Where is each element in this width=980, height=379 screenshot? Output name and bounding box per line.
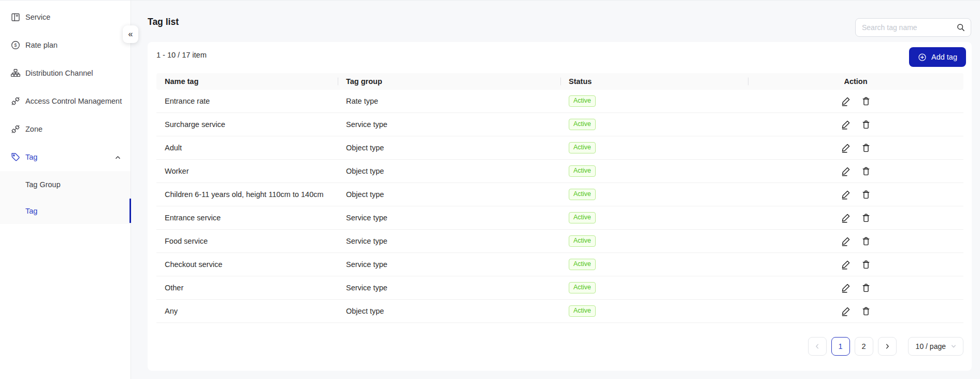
delete-button[interactable] [861,166,871,176]
sidebar-item-tag[interactable]: Tag [0,143,131,171]
delete-button[interactable] [861,213,871,223]
sidebar-item-distribution-channel[interactable]: Distribution Channel [0,59,131,87]
status-badge: Active [569,165,596,177]
status-badge: Active [569,259,596,270]
prev-page-button[interactable] [808,337,827,356]
delete-button[interactable] [861,236,871,246]
edit-button[interactable] [841,166,851,176]
sidebar-item-rate-plan[interactable]: $ Rate plan [0,31,131,59]
edit-icon [841,213,851,223]
table-header: Name tag Tag group Status Action [156,73,963,90]
sidebar-item-label: Distribution Channel [25,69,93,77]
tag-group: Object type [338,160,560,183]
edit-button[interactable] [841,283,851,293]
main-content: Tag list 1 - 10 / 17 item Add tag Name t… [131,1,980,379]
edit-button[interactable] [841,96,851,106]
trash-icon [861,236,871,246]
trash-icon [861,143,871,153]
search-input[interactable] [855,18,971,37]
chevron-left-icon [814,343,821,350]
table-row: Any Object type Active [156,300,963,323]
add-tag-button[interactable]: Add tag [909,47,966,67]
table-row: Entrance rate Rate type Active [156,90,963,113]
tag-name: Food service [165,236,208,247]
add-tag-button-label: Add tag [931,53,957,61]
status-badge: Active [569,142,596,153]
delete-button[interactable] [861,96,871,106]
next-page-button[interactable] [878,337,897,356]
tag-name: Surcharge service [165,119,225,130]
sidebar: Service $ Rate plan Distribution Channel… [0,1,131,379]
sidebar-item-access-control-management[interactable]: Access Control Management [0,87,131,115]
tag-name: Adult [165,143,182,153]
delete-button[interactable] [861,259,871,270]
column-header-action: Action [748,73,963,90]
table-row: Other Service type Active [156,276,963,300]
sidebar-item-label: Rate plan [25,41,57,49]
table-row: Food service Service type Active [156,230,963,253]
sidebar-subitem-tag-group[interactable]: Tag Group [0,171,131,198]
tag-group: Service type [338,206,560,229]
tag-group: Service type [338,113,560,136]
table-row: Entrance service Service type Active [156,206,963,230]
tag-group: Object type [338,136,560,159]
delete-button[interactable] [861,283,871,293]
column-header-name-tag: Name tag [156,73,338,90]
tag-group: Object type [338,300,560,322]
sidebar-collapse-button[interactable]: « [123,25,138,43]
page-size-select[interactable]: 10 / page [908,337,963,356]
sidebar-subitem-label: Tag Group [25,180,61,189]
edit-button[interactable] [841,189,851,200]
page-title: Tag list [148,17,179,27]
sidebar-item-zone[interactable]: Zone [0,115,131,143]
tag-group: Rate type [338,90,560,113]
api-icon [10,96,21,106]
trash-icon [861,166,871,176]
edit-button[interactable] [841,143,851,153]
org-chart-icon [10,68,21,78]
search-box [855,18,971,37]
column-header-tag-group: Tag group [338,73,560,90]
trash-icon [861,283,871,293]
delete-button[interactable] [861,143,871,153]
page-1-button[interactable]: 1 [831,337,850,356]
edit-button[interactable] [841,213,851,223]
table-row: Checkout service Service type Active [156,253,963,276]
tag-group: Service type [338,230,560,252]
table-row: Children 6-11 years old, height 110cm to… [156,183,963,206]
status-badge: Active [569,305,596,317]
edit-button[interactable] [841,306,851,316]
delete-button[interactable] [861,189,871,200]
page-2-button[interactable]: 2 [855,337,873,356]
chevron-right-icon [884,343,891,350]
tag-name: Other [165,283,183,293]
pagination: 1 2 10 / page [808,337,963,356]
status-badge: Active [569,235,596,247]
sidebar-item-label: Access Control Management [25,97,122,105]
sidebar-subitem-label: Tag [25,207,37,215]
edit-button[interactable] [841,119,851,130]
edit-icon [841,259,851,270]
delete-button[interactable] [861,119,871,130]
edit-icon [841,119,851,130]
trash-icon [861,306,871,316]
service-icon [10,12,21,22]
sidebar-item-label: Service [25,13,50,21]
status-badge: Active [569,119,596,130]
chevron-down-icon [950,343,957,349]
sidebar-item-label: Zone [25,125,42,133]
trash-icon [861,119,871,130]
page-size-label: 10 / page [916,342,946,350]
table-row: Adult Object type Active [156,136,963,160]
status-badge: Active [569,189,596,200]
edit-button[interactable] [841,259,851,270]
tag-icon [10,152,21,162]
table-row: Surcharge service Service type Active [156,113,963,136]
sidebar-item-service[interactable]: Service [0,3,131,31]
edit-button[interactable] [841,236,851,246]
delete-button[interactable] [861,306,871,316]
edit-icon [841,166,851,176]
plus-circle-icon [918,53,927,62]
sidebar-subitem-tag[interactable]: Tag [0,198,131,224]
search-icon[interactable] [956,23,965,32]
